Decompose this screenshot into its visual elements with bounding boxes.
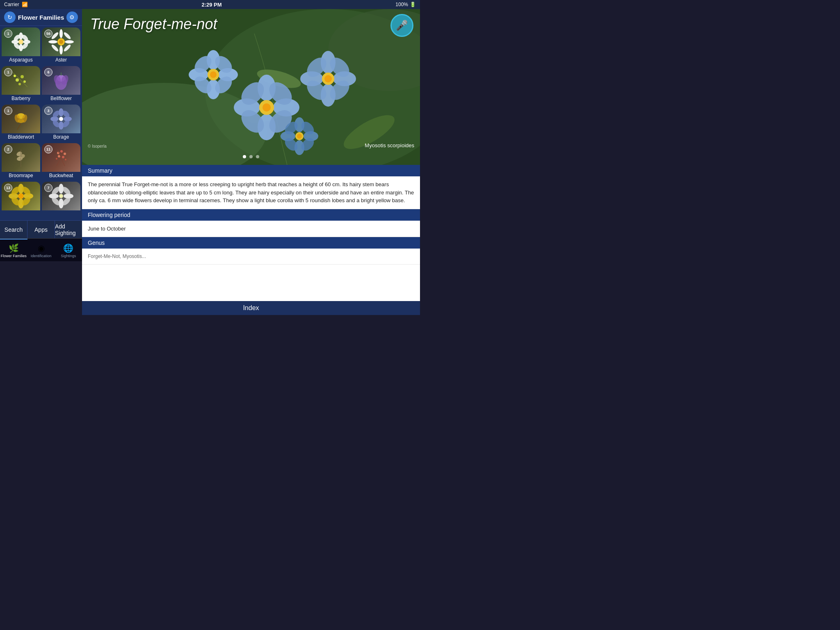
- svg-point-11: [59, 29, 63, 38]
- flower-item-broomrape[interactable]: 2 Broomrape: [2, 143, 40, 180]
- battery-icon: 🔋: [410, 2, 416, 7]
- svg-point-121: [297, 134, 302, 139]
- tab-sightings-label: Sightings: [61, 254, 76, 258]
- flower-hero: True Forget-me-not 🎤 © Isoperla Myosotis…: [82, 9, 420, 165]
- svg-point-53: [56, 158, 57, 160]
- flower-item-buckwheat[interactable]: 11 Buckwheat: [42, 143, 80, 180]
- summary-content: The perennial True Forget-me-not is a mo…: [82, 176, 420, 209]
- svg-point-14: [65, 40, 74, 43]
- flower-badge-bottom1: 13: [4, 184, 12, 192]
- svg-point-17: [63, 31, 71, 40]
- genus-content: Forget-Me-Not, Myosotis...: [82, 249, 420, 265]
- sidebar-header: ↻ Flower Families ⚙: [0, 9, 82, 26]
- tab-flower-families-label: Flower Families: [1, 254, 27, 258]
- flower-item-barberry[interactable]: 1 Barberry: [2, 66, 40, 103]
- flower-badge-asparagus: 1: [4, 30, 12, 38]
- svg-point-35: [59, 117, 63, 121]
- carrier-label: Carrier: [4, 2, 19, 7]
- flower-item-aster[interactable]: 56 Aster: [42, 27, 80, 64]
- status-bar: Carrier 📶 2:29 PM 100% 🔋: [0, 0, 420, 9]
- hero-dot-1[interactable]: [243, 155, 246, 158]
- flower-badge-barberry: 1: [4, 68, 12, 76]
- svg-point-16: [63, 43, 71, 52]
- flower-badge-bellflower: 6: [44, 68, 52, 76]
- svg-point-12: [59, 46, 63, 55]
- hero-dot-3[interactable]: [256, 155, 259, 158]
- flower-item-borage[interactable]: 3 Borage: [42, 105, 80, 142]
- flower-badge-buckwheat: 11: [44, 145, 52, 153]
- svg-point-101: [210, 71, 217, 78]
- svg-point-54: [65, 159, 66, 160]
- identification-icon: ◉: [38, 243, 45, 253]
- svg-point-20: [21, 75, 24, 78]
- svg-point-0: [18, 39, 23, 44]
- flower-item-bladderwort[interactable]: 1 Bladderwort: [2, 105, 40, 142]
- genus-header: Genus: [82, 237, 420, 249]
- svg-point-111: [324, 75, 332, 82]
- apps-tab[interactable]: Apps: [27, 221, 55, 238]
- bottom-navigation: 🌿 Flower Families ◉ Identification 🌐 Sig…: [0, 238, 82, 261]
- tab-flower-families[interactable]: 🌿 Flower Families: [0, 239, 27, 261]
- svg-point-91: [262, 103, 271, 112]
- svg-point-21: [23, 80, 26, 83]
- summary-header: Summary: [82, 165, 420, 176]
- svg-point-51: [62, 156, 64, 158]
- index-bar[interactable]: Index: [82, 301, 420, 315]
- flower-label-broomrape: Broomrape: [2, 172, 40, 179]
- flower-badge-bladderwort: 1: [4, 107, 12, 115]
- svg-point-13: [48, 40, 57, 43]
- flower-label-bottom2: [42, 210, 80, 212]
- flower-label-bottom1: [2, 210, 40, 212]
- status-left: Carrier 📶: [4, 2, 28, 7]
- hero-copyright: © Isoperla: [88, 144, 107, 148]
- svg-point-49: [60, 150, 63, 153]
- flower-label-borage: Borage: [42, 133, 80, 141]
- flower-item-bottom2[interactable]: 7: [42, 182, 80, 219]
- settings-icon[interactable]: ⚙: [66, 11, 78, 23]
- tab-identification[interactable]: ◉ Identification: [27, 239, 55, 261]
- flower-families-icon: 🌿: [9, 243, 19, 253]
- svg-point-57: [18, 193, 24, 199]
- info-panel: Summary The perennial True Forget-me-not…: [82, 165, 420, 301]
- hero-dot-2[interactable]: [249, 155, 253, 158]
- hero-dots: [243, 155, 259, 158]
- svg-point-22: [18, 83, 21, 85]
- flower-label-aster: Aster: [42, 56, 80, 64]
- hero-scientific-name: Myosotis scorpioides: [365, 142, 414, 148]
- svg-point-66: [59, 194, 63, 198]
- flowering-period-header: Flowering period: [82, 209, 420, 221]
- flower-label-bladderwort: Bladderwort: [2, 133, 40, 141]
- svg-line-34: [17, 123, 21, 130]
- voice-button[interactable]: 🎤: [390, 14, 413, 37]
- flower-badge-bottom2: 7: [44, 184, 52, 192]
- content-panel: True Forget-me-not 🎤 © Isoperla Myosotis…: [82, 9, 420, 315]
- flower-item-bottom1[interactable]: 13: [2, 182, 40, 219]
- flower-label-asparagus: Asparagus: [2, 56, 40, 64]
- sidebar-title: Flower Families: [18, 14, 64, 21]
- svg-point-18: [50, 43, 59, 52]
- flower-label-buckwheat: Buckwheat: [42, 172, 80, 179]
- sightings-icon: 🌐: [63, 243, 73, 253]
- flower-item-asparagus[interactable]: 1 Asparagus: [2, 27, 40, 64]
- tab-identification-label: Identification: [31, 254, 52, 258]
- hero-title: True Forget-me-not: [90, 16, 217, 33]
- status-right: 100% 🔋: [395, 2, 416, 7]
- flower-label-bellflower: Bellflower: [42, 95, 80, 102]
- flower-badge-broomrape: 2: [4, 145, 12, 153]
- search-tab[interactable]: Search: [0, 221, 27, 238]
- left-column: ↻ Flower Families ⚙: [0, 9, 82, 315]
- flower-label-barberry: Barberry: [2, 95, 40, 102]
- svg-point-19: [16, 78, 19, 82]
- svg-point-10: [59, 40, 63, 44]
- svg-point-50: [64, 153, 66, 155]
- battery-percent: 100%: [395, 2, 408, 7]
- main-layout: ↻ Flower Families ⚙: [0, 9, 420, 315]
- tab-sightings[interactable]: 🌐 Sightings: [55, 239, 82, 261]
- status-time: 2:29 PM: [201, 2, 221, 8]
- add-sighting-tab[interactable]: Add Sighting: [55, 221, 82, 238]
- flower-item-bellflower[interactable]: 6 Bellflower: [42, 66, 80, 103]
- action-tabs: Search Apps Add Sighting: [0, 220, 82, 238]
- wifi-icon: 📶: [22, 2, 28, 7]
- flower-grid: 1 Asparagus: [0, 26, 82, 220]
- refresh-icon[interactable]: ↻: [4, 11, 16, 23]
